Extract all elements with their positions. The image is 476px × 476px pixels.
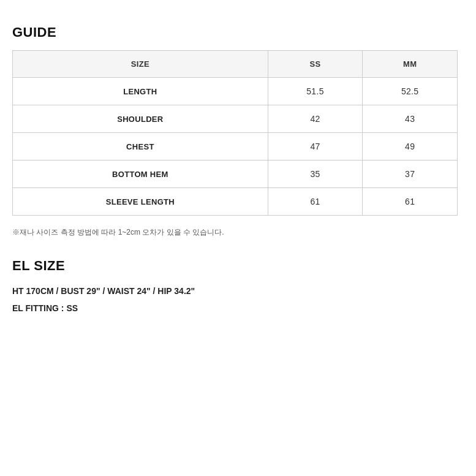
row-label: SLEEVE LENGTH [13, 188, 268, 216]
row-value: 43 [363, 105, 458, 133]
size-table: SIZE SS MM LENGTH51.552.5SHOULDER4243CHE… [12, 50, 458, 216]
row-value: 37 [363, 161, 458, 188]
table-header-row: SIZE SS MM [13, 51, 458, 78]
table-row: CHEST4749 [13, 133, 458, 161]
page-container: GUIDE SIZE SS MM LENGTH51.552.5SHOULDER4… [0, 0, 476, 476]
model-size-section: EL SIZE HT 170CM / BUST 29" / WAIST 24" … [12, 258, 458, 317]
col-header-mm: MM [363, 51, 458, 78]
row-value: 61 [268, 188, 363, 216]
model-stats: HT 170CM / BUST 29" / WAIST 24" / HIP 34… [12, 282, 458, 300]
model-stats-container: HT 170CM / BUST 29" / WAIST 24" / HIP 34… [12, 282, 458, 317]
row-value: 52.5 [363, 78, 458, 105]
row-label: BOTTOM HEM [13, 161, 268, 188]
table-row: SLEEVE LENGTH6161 [13, 188, 458, 216]
model-size-title: EL SIZE [12, 258, 458, 274]
size-note: ※재나 사이즈 측정 방법에 따라 1~2cm 오차가 있을 수 있습니다. [12, 227, 458, 238]
size-guide-section: GUIDE SIZE SS MM LENGTH51.552.5SHOULDER4… [12, 25, 458, 238]
table-row: LENGTH51.552.5 [13, 78, 458, 105]
size-guide-title: GUIDE [12, 25, 458, 40]
row-value: 51.5 [268, 78, 363, 105]
row-label: CHEST [13, 133, 268, 161]
col-header-size: SIZE [13, 51, 268, 78]
row-label: LENGTH [13, 78, 268, 105]
row-value: 42 [268, 105, 363, 133]
table-row: SHOULDER4243 [13, 105, 458, 133]
table-row: BOTTOM HEM3537 [13, 161, 458, 188]
row-label: SHOULDER [13, 105, 268, 133]
row-value: 47 [268, 133, 363, 161]
col-header-ss: SS [268, 51, 363, 78]
row-value: 49 [363, 133, 458, 161]
row-value: 35 [268, 161, 363, 188]
row-value: 61 [363, 188, 458, 216]
model-fitting: EL FITTING : SS [12, 300, 458, 317]
